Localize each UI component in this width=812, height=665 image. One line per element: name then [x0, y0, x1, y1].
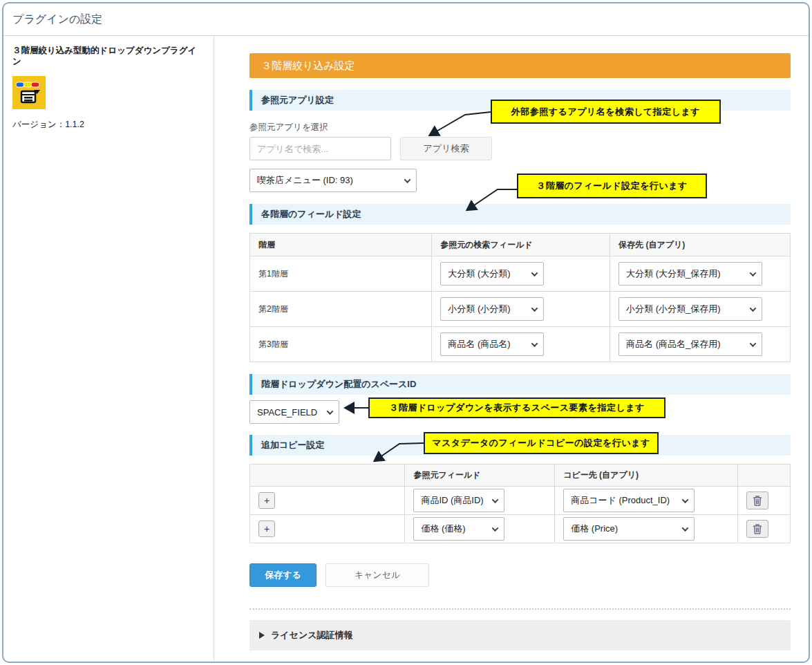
section-space-heading: 階層ドロップダウン配置のスペースID: [249, 374, 791, 395]
table-row: 第2階層 小分類 (小分類) 小分類 (小分類_保存用): [250, 292, 791, 327]
column-header-search-field: 参照元の検索フィールド: [432, 234, 610, 256]
chevron-down-icon: [750, 305, 757, 312]
selected-value: 商品名 (商品名_保存用): [626, 338, 721, 350]
plugin-version: バージョン：1.1.2: [12, 119, 205, 131]
plugin-icon: [12, 76, 46, 109]
callout-copy-settings: マスタデータのフィールドコピーの設定を行います: [424, 432, 659, 454]
chevron-down-icon: [531, 340, 538, 347]
copy2-source-select[interactable]: 価格 (価格): [413, 517, 504, 541]
cancel-button[interactable]: キャンセル: [325, 563, 429, 587]
column-header-actions: [738, 465, 791, 487]
column-header-save-field: 保存先 (自アプリ): [610, 234, 791, 256]
tier-label: 第2階層: [250, 292, 432, 327]
space-selected-value: SPACE_FIELD: [257, 407, 317, 418]
copy2-dest-select[interactable]: 価格 (Price): [563, 517, 695, 541]
plugin-name: ３階層絞り込み型動的ドロップダウンプラグイン: [12, 45, 205, 68]
callout-app-search: 外部参照するアプリ名を検索して指定します: [491, 100, 721, 124]
ref-app-selected-value: 喫茶店メニュー (ID: 93): [257, 174, 353, 187]
tier-label: 第3階層: [250, 327, 432, 362]
column-header-tier: 階層: [250, 234, 432, 256]
delete-row-button[interactable]: [746, 520, 768, 538]
selected-value: 小分類 (小分類): [448, 303, 510, 315]
chevron-down-icon: [750, 270, 757, 277]
license-info-label: ライセンス認証情報: [271, 629, 353, 641]
triangle-right-icon: [259, 632, 265, 639]
app-search-button[interactable]: アプリ検索: [400, 137, 492, 160]
selected-value: 大分類 (大分類_保存用): [626, 268, 721, 280]
selected-value: 商品コード (Product_ID): [571, 494, 670, 507]
tier-label: 第1階層: [250, 256, 432, 292]
content-area: ３階層絞り込み型動的ドロップダウンプラグイン バージョン：1.1.2: [3, 36, 809, 662]
save-button[interactable]: 保存する: [249, 563, 317, 587]
chevron-down-icon: [404, 176, 411, 183]
section-field-settings-heading: 各階層のフィールド設定: [249, 204, 791, 225]
callout-space-element: ３階層ドロップダウンを表示するスペース要素を指定します: [368, 397, 665, 418]
copy-settings-table: 参照元フィールド コピー先 (自アプリ) + 商品ID (商品ID) 商品コード…: [249, 464, 791, 543]
chevron-down-icon: [750, 340, 757, 347]
chevron-down-icon: [531, 305, 538, 312]
settings-panel: 外部参照するアプリ名を検索して指定します ３階層のフィールド設定を行います ３階…: [249, 36, 791, 662]
tier3-search-select[interactable]: 商品名 (商品名): [440, 332, 544, 356]
trash-can-icon: [753, 496, 762, 506]
add-row-button[interactable]: +: [258, 492, 275, 509]
selected-value: 大分類 (大分類): [448, 268, 510, 280]
trash-can-icon: [753, 524, 762, 534]
space-id-select[interactable]: SPACE_FIELD: [249, 400, 339, 424]
app-search-input[interactable]: [249, 137, 391, 160]
selected-value: 小分類 (小分類_保存用): [626, 303, 721, 315]
delete-row-button[interactable]: [746, 491, 768, 509]
selected-value: 価格 (Price): [571, 523, 618, 535]
copy1-dest-select[interactable]: 商品コード (Product_ID): [563, 489, 695, 512]
ref-app-select[interactable]: 喫茶店メニュー (ID: 93): [249, 169, 417, 192]
table-row: 第3階層 商品名 (商品名) 商品名 (商品名_保存用): [250, 327, 791, 362]
add-row-button[interactable]: +: [258, 521, 275, 537]
plugin-settings-window: プラグインの設定 ３階層絞り込み型動的ドロップダウンプラグイン バージョン：1.…: [2, 2, 810, 663]
divider: [249, 608, 791, 610]
selected-value: 商品ID (商品ID): [421, 494, 483, 507]
tier2-save-select[interactable]: 小分類 (小分類_保存用): [619, 297, 762, 321]
field-settings-table: 階層 参照元の検索フィールド 保存先 (自アプリ) 第1階層 大分類 (大分類)…: [249, 233, 791, 362]
chevron-down-icon: [682, 496, 689, 503]
selected-value: 価格 (価格): [421, 523, 465, 535]
sidebar: ３階層絞り込み型動的ドロップダウンプラグイン バージョン：1.1.2: [3, 36, 214, 662]
tier1-search-select[interactable]: 大分類 (大分類): [440, 262, 544, 285]
chevron-down-icon: [682, 525, 689, 532]
callout-field-settings: ３階層のフィールド設定を行います: [517, 174, 707, 198]
column-header-source-field: 参照元フィールド: [405, 465, 555, 487]
title-bar: プラグインの設定: [3, 3, 809, 36]
chevron-down-icon: [492, 496, 499, 503]
tier2-search-select[interactable]: 小分類 (小分類): [440, 297, 544, 321]
license-info-toggle[interactable]: ライセンス認証情報: [249, 620, 791, 650]
settings-banner: ３階層絞り込み設定: [249, 53, 791, 78]
selected-value: 商品名 (商品名): [448, 338, 510, 350]
column-header-copy-dest: コピー先 (自アプリ): [555, 465, 738, 487]
table-row: 第1階層 大分類 (大分類) 大分類 (大分類_保存用): [250, 256, 791, 292]
three-tier-dropdown-plugin-icon: [12, 76, 46, 109]
page-title: プラグインの設定: [12, 12, 797, 27]
chevron-down-icon: [492, 525, 499, 532]
tier3-save-select[interactable]: 商品名 (商品名_保存用): [619, 332, 762, 356]
chevron-down-icon: [531, 270, 538, 277]
table-row: + 価格 (価格) 価格 (Price): [250, 515, 791, 543]
column-header-empty: [250, 465, 405, 487]
chevron-down-icon: [327, 408, 334, 415]
table-row: + 商品ID (商品ID) 商品コード (Product_ID): [250, 487, 791, 515]
tier1-save-select[interactable]: 大分類 (大分類_保存用): [619, 262, 762, 285]
copy1-source-select[interactable]: 商品ID (商品ID): [413, 489, 504, 512]
